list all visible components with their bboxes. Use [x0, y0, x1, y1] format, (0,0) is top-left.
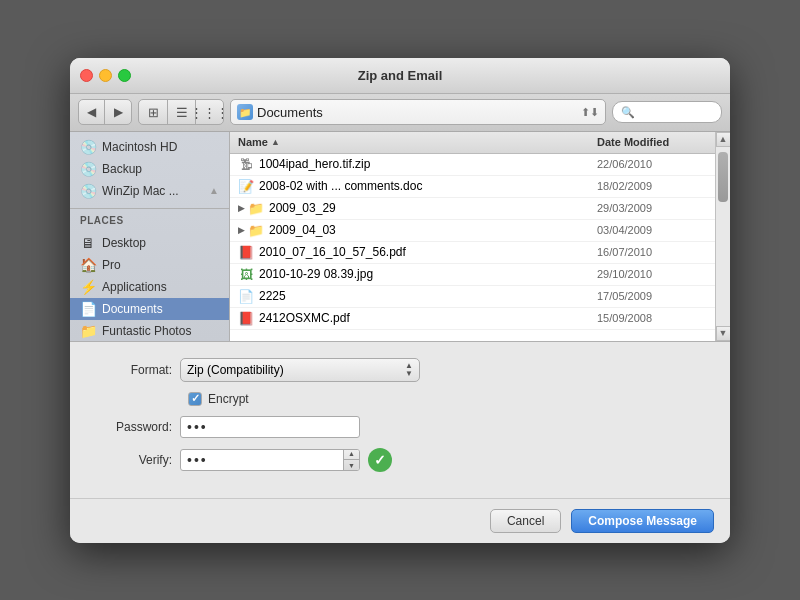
documents-icon: 📄 — [80, 301, 96, 317]
search-bar[interactable]: 🔍 — [612, 101, 722, 123]
table-row[interactable]: 🗜 1004ipad_hero.tif.zip 22/06/2010 — [230, 154, 715, 176]
places-section: 🖥 Desktop 🏠 Pro ⚡ Applications 📄 Documen… — [70, 228, 229, 341]
file-date: 16/07/2010 — [597, 246, 707, 258]
main-window: Zip and Email ◀ ▶ ⊞ ☰ ⋮⋮⋮ 📁 Documents ⬆⬇… — [70, 58, 730, 543]
drive-icon: 💿 — [80, 183, 96, 199]
verify-stepper[interactable]: ▲ ▼ — [343, 449, 359, 471]
sidebar-item-macintosh-hd[interactable]: 💿 Macintosh HD — [70, 136, 229, 158]
sidebar-item-fantastical[interactable]: 📁 Funtastic Photos — [70, 320, 229, 341]
file-list-scrollbar[interactable]: ▲ ▼ — [715, 132, 730, 341]
places-header: PLACES — [70, 211, 229, 228]
verify-check-icon: ✓ — [368, 448, 392, 472]
verify-input-wrap: ••• ▲ ▼ — [180, 449, 360, 471]
zip-file-icon: 🗜 — [238, 156, 254, 172]
toolbar: ◀ ▶ ⊞ ☰ ⋮⋮⋮ 📁 Documents ⬆⬇ 🔍 — [70, 94, 730, 132]
footer: Cancel Compose Message — [70, 498, 730, 543]
sidebar-item-backup[interactable]: 💿 Backup — [70, 158, 229, 180]
img-file-icon: 🖼 — [238, 266, 254, 282]
desktop-icon: 🖥 — [80, 235, 96, 251]
table-row[interactable]: 📝 2008-02 with ... comments.doc 18/02/20… — [230, 176, 715, 198]
verify-input[interactable]: ••• — [181, 452, 343, 468]
verify-label: Verify: — [90, 453, 180, 467]
file-name: 1004ipad_hero.tif.zip — [259, 157, 597, 171]
location-text: Documents — [257, 105, 577, 120]
cancel-button[interactable]: Cancel — [490, 509, 561, 533]
pdf-file-icon: 📕 — [238, 244, 254, 260]
forward-button[interactable]: ▶ — [105, 100, 131, 124]
back-button[interactable]: ◀ — [79, 100, 105, 124]
password-value: ••• — [187, 419, 208, 435]
sidebar-item-applications[interactable]: ⚡ Applications — [70, 276, 229, 298]
password-input[interactable]: ••• — [180, 416, 360, 438]
nav-buttons: ◀ ▶ — [78, 99, 132, 125]
minimize-button[interactable] — [99, 69, 112, 82]
stepper-down-button[interactable]: ▼ — [344, 460, 359, 471]
sidebar-item-documents[interactable]: 📄 Documents — [70, 298, 229, 320]
verify-row: Verify: ••• ▲ ▼ ✓ — [90, 448, 710, 472]
format-row: Format: Zip (Compatibility) ▲ ▼ — [90, 358, 710, 382]
col-date-header: Date Modified — [597, 136, 707, 148]
applications-icon: ⚡ — [80, 279, 96, 295]
sidebar-item-label: Applications — [102, 280, 167, 294]
table-row[interactable]: ▶ 📁 2009_03_29 29/03/2009 — [230, 198, 715, 220]
compose-message-button[interactable]: Compose Message — [571, 509, 714, 533]
folder-file-icon: 📁 — [248, 222, 264, 238]
select-arrows-icon: ▲ ▼ — [405, 362, 413, 378]
sidebar-item-label: Documents — [102, 302, 163, 316]
file-date: 17/05/2009 — [597, 290, 707, 302]
main-content: 💿 Macintosh HD 💿 Backup 💿 WinZip Mac ...… — [70, 132, 730, 342]
generic-file-icon: 📄 — [238, 288, 254, 304]
file-date: 18/02/2009 — [597, 180, 707, 192]
table-row[interactable]: ▶ 📁 2009_04_03 03/04/2009 — [230, 220, 715, 242]
file-date: 22/06/2010 — [597, 158, 707, 170]
column-view-button[interactable]: ⋮⋮⋮ — [195, 100, 223, 124]
drive-icon: 💿 — [80, 139, 96, 155]
location-arrow-icon: ⬆⬇ — [581, 106, 599, 119]
sidebar-item-pro[interactable]: 🏠 Pro — [70, 254, 229, 276]
sidebar-item-label: Desktop — [102, 236, 146, 250]
format-select[interactable]: Zip (Compatibility) ▲ ▼ — [180, 358, 420, 382]
maximize-button[interactable] — [118, 69, 131, 82]
close-button[interactable] — [80, 69, 93, 82]
location-bar[interactable]: 📁 Documents ⬆⬇ — [230, 99, 606, 125]
file-name: 2009_04_03 — [269, 223, 597, 237]
sidebar-divider — [70, 208, 229, 209]
file-date: 15/09/2008 — [597, 312, 707, 324]
window-title: Zip and Email — [358, 68, 443, 83]
encrypt-row: ✓ Encrypt — [90, 392, 710, 406]
scroll-track[interactable] — [716, 147, 730, 326]
sidebar-item-winzip[interactable]: 💿 WinZip Mac ... ▲ — [70, 180, 229, 202]
file-name: 2010-10-29 08.39.jpg — [259, 267, 597, 281]
icon-view-button[interactable]: ⊞ — [139, 100, 167, 124]
scroll-down-arrow[interactable]: ▼ — [716, 326, 731, 341]
scroll-up-arrow[interactable]: ▲ — [716, 132, 731, 147]
table-row[interactable]: 📕 2010_07_16_10_57_56.pdf 16/07/2010 — [230, 242, 715, 264]
file-date: 29/03/2009 — [597, 202, 707, 214]
drive-icon: 💿 — [80, 161, 96, 177]
bottom-panel: Format: Zip (Compatibility) ▲ ▼ ✓ Encryp… — [70, 342, 730, 498]
home-icon: 🏠 — [80, 257, 96, 273]
photos-icon: 📁 — [80, 323, 96, 339]
folder-file-icon: 📁 — [248, 200, 264, 216]
table-row[interactable]: 📄 2225 17/05/2009 — [230, 286, 715, 308]
encrypt-checkbox[interactable]: ✓ — [188, 392, 202, 406]
traffic-lights — [80, 69, 131, 82]
view-buttons: ⊞ ☰ ⋮⋮⋮ — [138, 99, 224, 125]
format-label: Format: — [90, 363, 180, 377]
sidebar-item-label: Funtastic Photos — [102, 324, 191, 338]
file-list-header: Name ▲ Date Modified — [230, 132, 715, 154]
table-row[interactable]: 🖼 2010-10-29 08.39.jpg 29/10/2010 — [230, 264, 715, 286]
doc-file-icon: 📝 — [238, 178, 254, 194]
encrypt-label: Encrypt — [208, 392, 249, 406]
scroll-thumb[interactable] — [718, 152, 728, 202]
sidebar-item-label: Macintosh HD — [102, 140, 177, 154]
search-icon: 🔍 — [621, 106, 635, 119]
table-row[interactable]: 📕 2412OSXMC.pdf 15/09/2008 — [230, 308, 715, 330]
file-name: 2412OSXMC.pdf — [259, 311, 597, 325]
sort-arrow-icon: ▲ — [271, 137, 280, 147]
stepper-up-button[interactable]: ▲ — [344, 449, 359, 461]
file-name: 2225 — [259, 289, 597, 303]
sidebar-item-desktop[interactable]: 🖥 Desktop — [70, 232, 229, 254]
verify-input-group: ••• ▲ ▼ ✓ — [180, 448, 392, 472]
password-row: Password: ••• — [90, 416, 710, 438]
